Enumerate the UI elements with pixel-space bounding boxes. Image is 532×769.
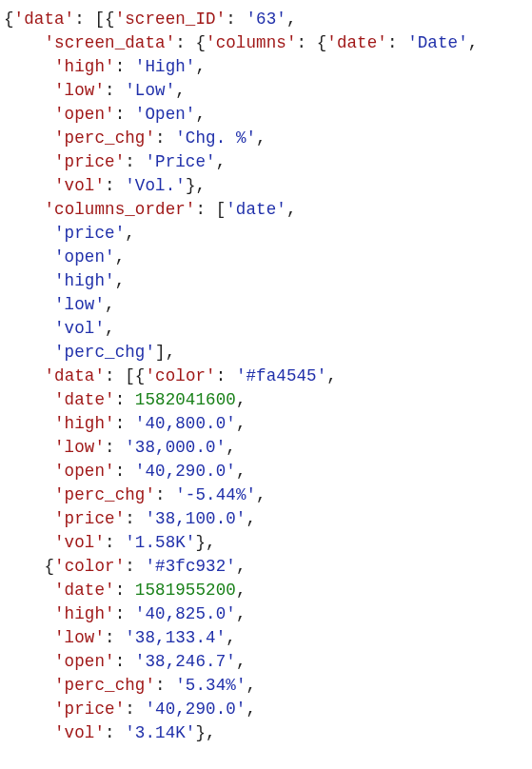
punct: : [216, 366, 236, 385]
dict-key: 'low' [54, 438, 105, 457]
code-line: 'perc_chg'], [4, 343, 175, 362]
punct: }, [186, 176, 206, 195]
code-line: 'perc_chg': '-5.44%', [4, 485, 266, 504]
string-value: 'Date' [407, 33, 468, 52]
string-value: 'vol' [54, 319, 105, 338]
punct: : [125, 700, 145, 719]
punct: , [105, 319, 115, 338]
punct: , [236, 390, 246, 409]
brace: { [4, 10, 14, 29]
punct: : [105, 723, 125, 742]
string-value: '40,290.0' [145, 700, 246, 719]
string-value: 'Low' [125, 81, 175, 100]
punct: : [155, 676, 175, 695]
punct: , [468, 33, 479, 52]
punct: : [105, 176, 125, 195]
string-value: '40,290.0' [135, 462, 236, 481]
punct: , [246, 700, 256, 719]
punct: , [236, 604, 246, 623]
dict-key: 'open' [54, 105, 115, 124]
punct: , [226, 628, 236, 647]
punct: , [286, 10, 297, 29]
punct: }, [195, 723, 215, 742]
punct: , [236, 581, 246, 600]
punct: : [{ [105, 366, 145, 385]
code-line: 'price': '38,100.0', [4, 509, 256, 528]
code-line: 'open', [4, 247, 125, 266]
dict-key: 'low' [54, 628, 105, 647]
code-line: 'price': '40,290.0', [4, 700, 256, 719]
punct: }, [195, 533, 215, 552]
punct: : [155, 485, 175, 504]
punct: , [286, 200, 297, 219]
punct: , [216, 152, 227, 171]
code-line: 'low': '38,133.4', [4, 628, 236, 647]
code-line: 'vol', [4, 319, 115, 338]
punct: : [115, 105, 135, 124]
string-value: 'open' [54, 247, 115, 266]
dict-key: 'open' [54, 652, 115, 671]
dict-key: 'columns' [206, 33, 296, 52]
code-line: {'color': '#3fc932', [4, 557, 246, 576]
string-value: 'perc_chg' [54, 343, 155, 362]
string-value: 'high' [54, 271, 115, 290]
dict-key: 'high' [54, 604, 115, 623]
dict-key: 'vol' [54, 176, 105, 195]
punct: : [ [195, 200, 226, 219]
code-line: 'high': '40,825.0', [4, 604, 246, 623]
string-value: '-5.44%' [175, 485, 256, 504]
dict-key: 'screen_ID' [115, 10, 227, 29]
code-line: 'date': 1581955200, [4, 581, 246, 600]
code-line: 'open': 'Open', [4, 105, 206, 124]
punct: : [155, 128, 175, 148]
dict-key: 'color' [145, 366, 215, 385]
punct: , [236, 462, 246, 481]
punct: , [246, 676, 256, 695]
punct: : [105, 438, 125, 457]
punct: : [105, 81, 125, 100]
code-line: 'high', [4, 271, 125, 290]
punct: : [115, 414, 135, 433]
string-value: '#fa4545' [236, 366, 326, 385]
code-line: 'low': 'Low', [4, 81, 186, 100]
code-line: 'vol': 'Vol.'}, [4, 176, 206, 195]
punct: : [105, 628, 125, 647]
code-line: 'low', [4, 295, 115, 314]
dict-key: 'date' [54, 390, 115, 409]
string-value: '#3fc932' [145, 557, 235, 576]
punct: : [115, 57, 135, 76]
code-line: 'columns_order': ['date', [4, 200, 297, 219]
punct: : [125, 557, 145, 576]
string-value: '1.58K' [125, 533, 195, 552]
dict-key: 'price' [54, 152, 125, 171]
punct: , [246, 509, 256, 528]
punct: : [387, 33, 407, 52]
dict-key: 'date' [54, 581, 115, 600]
dict-key: 'high' [54, 414, 115, 433]
punct: , [195, 105, 206, 124]
string-value: 'High' [135, 57, 196, 76]
code-line: {'data': [{'screen_ID': '63', [4, 10, 297, 29]
dict-key: 'perc_chg' [54, 485, 155, 504]
string-value: '40,825.0' [135, 604, 236, 623]
dict-key: 'data' [14, 10, 75, 29]
punct: : { [296, 33, 326, 52]
code-line: 'perc_chg': 'Chg. %', [4, 128, 266, 148]
punct: , [236, 652, 246, 671]
punct: , [105, 295, 115, 314]
dict-key: 'vol' [54, 533, 105, 552]
string-value: '38,000.0' [125, 438, 226, 457]
string-value: '38,246.7' [135, 652, 236, 671]
punct: ], [155, 343, 175, 362]
dict-key: 'columns_order' [44, 200, 195, 219]
code-line: 'perc_chg': '5.34%', [4, 676, 256, 695]
code-line: 'data': [{'color': '#fa4545', [4, 366, 337, 385]
punct: : [105, 533, 125, 552]
dict-key: 'high' [54, 57, 115, 76]
string-value: 'date' [226, 200, 286, 219]
punct: , [125, 224, 135, 243]
punct: , [256, 485, 266, 504]
code-line: 'price', [4, 224, 135, 243]
dict-key: 'price' [54, 700, 125, 719]
code-line: 'low': '38,000.0', [4, 438, 236, 457]
